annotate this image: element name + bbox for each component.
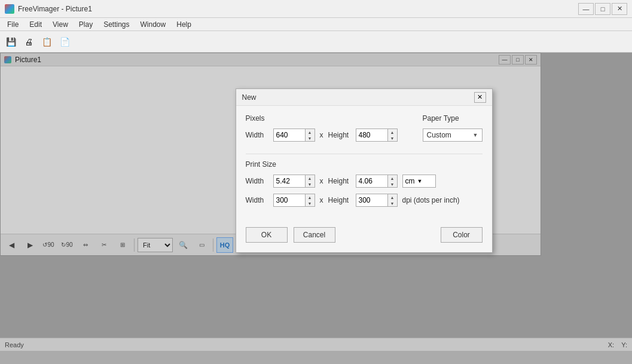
maximize-button[interactable]: □ <box>595 3 610 15</box>
cancel-button[interactable]: Cancel <box>294 227 335 243</box>
print-width-down[interactable]: ▼ <box>306 181 315 187</box>
pixels-row: Width ▲ ▼ x Height <box>246 129 398 142</box>
menu-view[interactable]: View <box>48 19 73 30</box>
toolbar: 💾 🖨 📋 📄 <box>0 31 632 53</box>
paper-type-value: Custom <box>427 131 469 139</box>
title-bar-controls: — □ ✕ <box>578 3 627 15</box>
height-label-pixels: Height <box>328 131 351 139</box>
unit-value: cm <box>405 177 415 185</box>
print-button[interactable]: 🖨 <box>20 33 37 50</box>
print-width-input-wrap: ▲ ▼ <box>273 175 315 188</box>
dpi-height-input[interactable] <box>356 194 387 206</box>
dialog-body: Pixels Width ▲ ▼ x Height <box>236 106 492 221</box>
print-width-label: Width <box>246 177 268 185</box>
new-button[interactable]: 📄 <box>56 33 73 50</box>
x-separator-pixels: x <box>320 131 323 139</box>
pixels-width-down[interactable]: ▼ <box>306 135 315 141</box>
pixels-width-input-wrap: ▲ ▼ <box>273 129 315 142</box>
print-height-input-wrap: ▲ ▼ <box>356 175 398 188</box>
pixels-height-up[interactable]: ▲ <box>388 129 397 135</box>
app-icon <box>5 4 14 14</box>
print-width-spinners: ▲ ▼ <box>305 175 315 187</box>
width-label: Width <box>246 131 268 139</box>
menu-settings[interactable]: Settings <box>99 19 134 30</box>
dpi-height-spinners: ▲ ▼ <box>387 194 397 206</box>
pixels-width-input[interactable] <box>274 129 305 141</box>
dialog-footer: OK Cancel Color <box>236 221 492 252</box>
dialog-title-bar: New ✕ <box>236 89 492 106</box>
paste-button[interactable]: 📋 <box>38 33 55 50</box>
close-button[interactable]: ✕ <box>612 3 627 15</box>
dialog-close-button[interactable]: ✕ <box>474 92 486 103</box>
menu-help[interactable]: Help <box>172 19 196 30</box>
print-size-row: Width ▲ ▼ x Height ▲ ▼ <box>246 175 483 188</box>
pixels-section-label: Pixels <box>246 114 398 123</box>
dpi-width-input[interactable] <box>274 194 305 206</box>
pixels-height-input[interactable] <box>356 129 387 141</box>
pixels-height-spinners: ▲ ▼ <box>387 129 397 141</box>
app-title: FreeVimager - Picture1 <box>18 5 92 13</box>
print-width-input[interactable] <box>274 175 305 187</box>
modal-overlay: New ✕ Pixels Width ▲ <box>0 53 632 351</box>
x-separator-print: x <box>320 177 323 185</box>
ok-button[interactable]: OK <box>246 227 288 243</box>
color-button[interactable]: Color <box>441 227 483 243</box>
paper-type-dropdown[interactable]: Custom ▼ <box>423 129 483 142</box>
menu-play[interactable]: Play <box>74 19 97 30</box>
pixels-width-up[interactable]: ▲ <box>306 129 315 135</box>
paper-type-arrow-icon: ▼ <box>473 132 478 138</box>
print-size-label: Print Size <box>246 160 483 169</box>
dpi-height-down[interactable]: ▼ <box>388 200 397 206</box>
dpi-height-up[interactable]: ▲ <box>388 194 397 200</box>
print-height-down[interactable]: ▼ <box>388 181 397 187</box>
title-bar: FreeVimager - Picture1 — □ ✕ <box>0 0 632 18</box>
dialog-title: New <box>242 93 257 102</box>
menu-bar: File Edit View Play Settings Window Help <box>0 18 632 31</box>
main-area: Picture1 — □ ✕ ◀ ▶ ↺90 ↻90 ⇔ ✂ ⊞ Fit 100… <box>0 53 632 351</box>
title-bar-left: FreeVimager - Picture1 <box>5 4 92 14</box>
save-button[interactable]: 💾 <box>2 33 19 50</box>
paper-type-label: Paper Type <box>423 114 483 123</box>
dpi-width-up[interactable]: ▲ <box>306 194 315 200</box>
dpi-row: Width ▲ ▼ x Height ▲ ▼ <box>246 194 483 207</box>
dpi-width-down[interactable]: ▼ <box>306 200 315 206</box>
print-width-up[interactable]: ▲ <box>306 175 315 181</box>
print-height-up[interactable]: ▲ <box>388 175 397 181</box>
divider-1 <box>246 154 483 154</box>
print-height-input[interactable] <box>356 175 387 187</box>
print-height-spinners: ▲ ▼ <box>387 175 397 187</box>
menu-file[interactable]: File <box>2 19 23 30</box>
dpi-unit-label: dpi (dots per inch) <box>402 196 460 204</box>
minimize-button[interactable]: — <box>578 3 594 15</box>
menu-edit[interactable]: Edit <box>25 19 47 30</box>
dpi-width-input-wrap: ▲ ▼ <box>273 194 315 207</box>
dpi-height-input-wrap: ▲ ▼ <box>356 194 398 207</box>
height-label-dpi: Height <box>328 196 351 204</box>
menu-window[interactable]: Window <box>136 19 171 30</box>
pixels-width-spinners: ▲ ▼ <box>305 129 315 141</box>
dpi-width-spinners: ▲ ▼ <box>305 194 315 206</box>
dpi-width-label: Width <box>246 196 268 204</box>
x-separator-dpi: x <box>320 196 323 204</box>
pixels-height-down[interactable]: ▼ <box>388 135 397 141</box>
new-dialog: New ✕ Pixels Width ▲ <box>236 88 493 253</box>
print-height-label: Height <box>328 177 351 185</box>
unit-dropdown[interactable]: cm ▼ <box>402 175 436 188</box>
unit-arrow-icon: ▼ <box>417 178 423 184</box>
pixels-height-input-wrap: ▲ ▼ <box>356 129 398 142</box>
